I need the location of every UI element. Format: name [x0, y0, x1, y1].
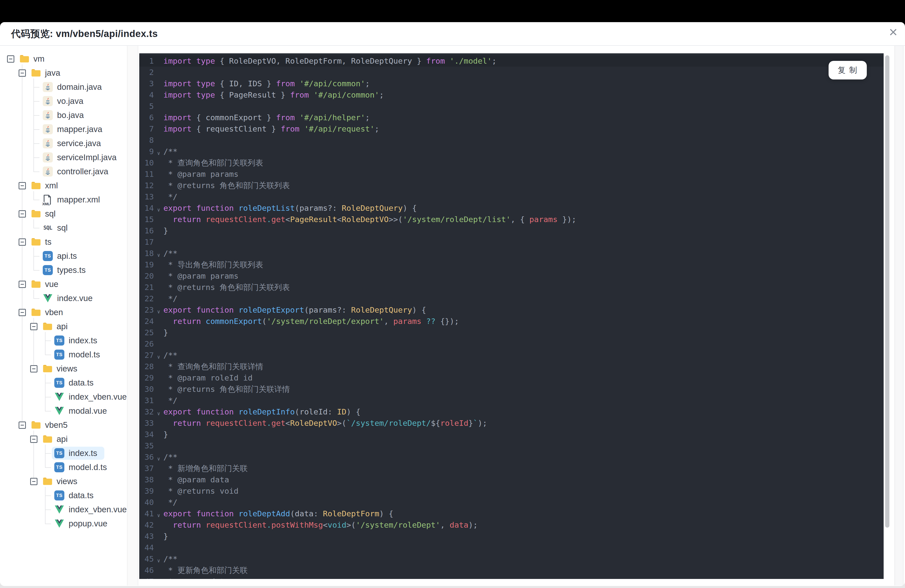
collapse-expander-icon[interactable]: [30, 365, 38, 372]
folder-icon: [42, 321, 52, 332]
fold-gutter: [154, 80, 164, 91]
tree-folder-vue[interactable]: vue: [0, 277, 127, 291]
tree-file-model.d.ts[interactable]: TSmodel.d.ts: [0, 460, 127, 474]
fold-chevron-icon[interactable]: ∨: [154, 510, 164, 521]
tree-item-label: vben: [45, 308, 63, 317]
collapse-expander-icon[interactable]: [19, 309, 26, 316]
tree-scrollbar-track[interactable]: [127, 46, 138, 585]
collapse-expander-icon[interactable]: [7, 55, 14, 63]
collapse-expander-icon[interactable]: [19, 421, 26, 429]
code-line: 12 * @returns 角色和部门关联列表: [139, 180, 884, 191]
tree-file-modal.vue[interactable]: modal.vue: [0, 404, 127, 418]
tree-file-serviceImpl.java[interactable]: serviceImpl.java: [0, 150, 127, 164]
tree-file-types.ts[interactable]: TStypes.ts: [0, 263, 127, 277]
code-scrollbar-thumb[interactable]: [885, 55, 889, 528]
tree-file-service.java[interactable]: service.java: [0, 136, 127, 150]
line-number: 34: [139, 429, 154, 440]
tree-folder-ts[interactable]: ts: [0, 235, 127, 249]
code-line: 30 * @returns 角色和部门关联详情: [139, 383, 884, 395]
tree-file-data.ts[interactable]: TSdata.ts: [0, 488, 127, 502]
tree-file-popup.vue[interactable]: popup.vue: [0, 516, 127, 531]
fold-chevron-icon[interactable]: ∨: [154, 204, 164, 216]
tree-folder-sql[interactable]: sql: [0, 207, 127, 221]
tree-folder-vben5[interactable]: vben5: [0, 418, 127, 432]
collapse-expander-icon[interactable]: [19, 210, 26, 218]
collapse-expander-icon[interactable]: [19, 70, 26, 77]
tree-file-model.ts[interactable]: TSmodel.ts: [0, 348, 127, 362]
tree-folder-views[interactable]: views: [0, 362, 127, 376]
tree-item-label: vben5: [45, 420, 68, 430]
tree-item-label: sql: [57, 223, 68, 233]
line-number: 33: [139, 418, 154, 429]
fold-gutter: [154, 385, 164, 397]
fold-chevron-icon[interactable]: ∨: [154, 351, 164, 363]
tree-item-label: xml: [45, 181, 58, 191]
tree-item-label: popup.vue: [68, 519, 107, 528]
tree-file-sql[interactable]: SQLsql: [0, 221, 127, 235]
tree-file-bo.java[interactable]: bo.java: [0, 108, 127, 122]
tree-file-index.vue[interactable]: index.vue: [0, 291, 127, 305]
line-number: 36: [139, 451, 154, 463]
fold-gutter: [154, 544, 164, 555]
page-scrollbar-track[interactable]: [894, 46, 903, 585]
java-file-icon: [43, 124, 53, 134]
tree-file-index.ts[interactable]: TSindex.ts: [0, 334, 127, 348]
fold-chevron-icon[interactable]: ∨: [154, 453, 164, 464]
folder-icon: [31, 68, 41, 78]
folder-icon: [31, 279, 41, 289]
tree-item-label: mapper.xml: [57, 195, 100, 205]
code-line: 33 return requestClient.get<RoleDeptVO>(…: [139, 418, 884, 429]
fold-gutter: [154, 431, 164, 442]
collapse-expander-icon[interactable]: [19, 182, 26, 189]
tree-folder-api[interactable]: api: [0, 432, 127, 446]
fold-gutter: [154, 442, 164, 453]
line-number: 27: [139, 350, 154, 361]
close-icon[interactable]: ×: [889, 25, 897, 39]
tree-file-controller.java[interactable]: controller.java: [0, 164, 127, 178]
fold-gutter: [154, 476, 164, 487]
tree-item-label: java: [45, 68, 60, 78]
tree-file-vo.java[interactable]: vo.java: [0, 94, 127, 108]
tree-file-mapper.xml[interactable]: XMLmapper.xml: [0, 193, 127, 207]
dialog-title: 代码预览: vm/vben5/api/index.ts: [11, 27, 158, 40]
tree-file-index_vben.vue[interactable]: index_vben.vue: [0, 390, 127, 404]
code-line: 42 return requestClient.postWithMsg<void…: [139, 519, 884, 531]
code-line: 13 */: [139, 191, 884, 202]
code-line: 18∨/**: [139, 248, 884, 259]
tree-file-index.ts[interactable]: TSindex.ts: [0, 446, 127, 460]
tree-folder-vm[interactable]: vm: [0, 52, 127, 66]
tree-file-api.ts[interactable]: TSapi.ts: [0, 249, 127, 263]
tree-file-mapper.java[interactable]: mapper.java: [0, 122, 127, 136]
code-line: 23∨export function roleDeptExport(params…: [139, 304, 884, 316]
fold-gutter: [154, 464, 164, 476]
collapse-expander-icon[interactable]: [19, 238, 26, 246]
tree-file-domain.java[interactable]: domain.java: [0, 80, 127, 94]
fold-chevron-icon[interactable]: ∨: [154, 250, 164, 261]
tree-file-index_vben.vue[interactable]: index_vben.vue: [0, 502, 127, 516]
code-line: 27∨/**: [139, 350, 884, 361]
tree-item-label: index.vue: [57, 294, 92, 303]
typescript-file-icon: TS: [54, 448, 64, 458]
collapse-expander-icon[interactable]: [30, 435, 38, 443]
line-number: 17: [139, 237, 154, 248]
fold-chevron-icon[interactable]: ∨: [154, 148, 164, 159]
collapse-expander-icon[interactable]: [30, 478, 38, 485]
tree-folder-xml[interactable]: xml: [0, 178, 127, 193]
collapse-expander-icon[interactable]: [30, 323, 38, 330]
fold-chevron-icon[interactable]: ∨: [154, 555, 164, 566]
tree-file-data.ts[interactable]: TSdata.ts: [0, 376, 127, 390]
line-number: 5: [139, 100, 154, 112]
tree-item-label: mapper.java: [57, 124, 102, 134]
tree-folder-api[interactable]: api: [0, 319, 127, 334]
tree-folder-views[interactable]: views: [0, 474, 127, 488]
collapse-expander-icon[interactable]: [19, 281, 26, 288]
fold-chevron-icon[interactable]: ∨: [154, 408, 164, 419]
tree-folder-java[interactable]: java: [0, 66, 127, 80]
fold-chevron-icon[interactable]: ∨: [154, 306, 164, 317]
tree-folder-vben[interactable]: vben: [0, 305, 127, 319]
code-line: 1import type { RoleDeptVO, RoleDeptForm,…: [139, 55, 884, 67]
tree-item-label: controller.java: [57, 167, 108, 176]
copy-button[interactable]: 复 制: [829, 61, 867, 79]
line-number: 45: [139, 553, 154, 565]
line-number: 4: [139, 89, 154, 100]
